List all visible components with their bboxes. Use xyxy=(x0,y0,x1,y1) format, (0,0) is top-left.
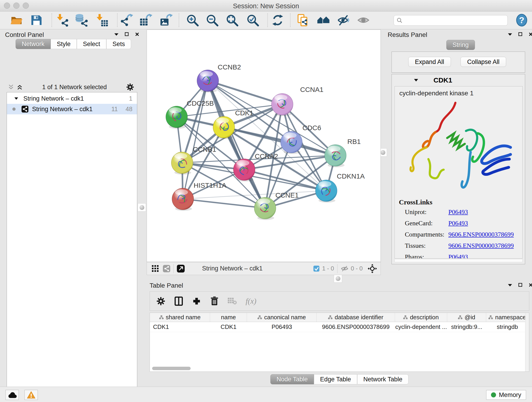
gene-entry-header[interactable]: CDK1 xyxy=(392,74,525,86)
zoom-out-button[interactable] xyxy=(205,13,220,27)
selected-checkbox-icon[interactable] xyxy=(313,266,319,272)
table-cell[interactable]: P06493 xyxy=(247,322,317,332)
close-panel-icon[interactable] xyxy=(135,32,139,36)
table-cell[interactable]: cyclin-dependent ... xyxy=(395,322,447,332)
table-cell[interactable]: CDK1 xyxy=(150,322,210,332)
node-CCNB1[interactable]: CCNB1 xyxy=(171,146,216,175)
expand-all-button[interactable]: Expand All xyxy=(408,57,451,67)
export-network-button[interactable] xyxy=(119,13,134,27)
left-splitter-handle[interactable] xyxy=(138,203,146,211)
network-canvas[interactable]: CCNB2 CCNA1 CDC25B CDK1 CDC6 R xyxy=(147,30,381,262)
table-cell[interactable]: stringdb xyxy=(486,322,529,332)
node-RB1[interactable]: RB1 xyxy=(325,138,361,167)
crosslink-label: Pharos: xyxy=(405,253,448,259)
hide-selected-button[interactable] xyxy=(336,13,351,27)
table-hscrollbar-thumb[interactable] xyxy=(152,367,191,370)
node-label-HIST1H1A: HIST1H1A xyxy=(194,182,226,189)
network-tree: String Network – cdk1 1 String Network –… xyxy=(7,92,137,402)
fit-selected-crosshair-icon[interactable] xyxy=(368,264,377,273)
open-session-button[interactable] xyxy=(9,13,24,27)
delete-table-button[interactable] xyxy=(228,297,237,306)
tab-select[interactable]: Select xyxy=(77,39,106,49)
collapse-all-icon[interactable] xyxy=(8,84,14,90)
network-options-gear-icon[interactable] xyxy=(127,83,134,91)
import-table-button[interactable] xyxy=(94,13,109,27)
node-HIST1H1A[interactable]: HIST1H1A xyxy=(172,182,226,211)
function-builder-button[interactable]: f(x) xyxy=(246,297,256,306)
network-row[interactable]: String Network – cdk1 11 48 xyxy=(7,104,137,114)
table-cell[interactable]: 9606.ENSP00000378699 xyxy=(317,322,395,332)
show-hidden-button[interactable] xyxy=(356,13,371,27)
grid-view-icon[interactable] xyxy=(152,265,159,272)
edge-CCNB2-HIST1H1A[interactable] xyxy=(183,81,208,199)
save-session-button[interactable] xyxy=(29,13,44,27)
network-graph[interactable]: CCNB2 CCNA1 CDC25B CDK1 CDC6 R xyxy=(147,30,380,262)
table-options-gear-button[interactable] xyxy=(156,297,165,306)
column-header-name[interactable]: name xyxy=(210,313,247,322)
float-panel-icon[interactable] xyxy=(508,33,512,36)
edge-HIST1H1A-CCNE1[interactable] xyxy=(183,199,265,208)
network-view-icon[interactable] xyxy=(163,265,170,272)
edge-CCNB2-CCNA1[interactable] xyxy=(208,81,282,104)
crosslink-link[interactable]: P06493 xyxy=(448,253,468,259)
crosslink-link[interactable]: 9606.ENSP00000378699 xyxy=(448,242,514,249)
tab-string[interactable]: String xyxy=(446,40,475,50)
export-image-button[interactable] xyxy=(159,13,174,27)
column-header--id[interactable]: @id xyxy=(447,313,486,322)
import-network-button[interactable] xyxy=(55,13,70,27)
crosslink-link[interactable]: 9606.ENSP00000378699 xyxy=(448,231,514,238)
network-collection-row[interactable]: String Network – cdk1 1 xyxy=(7,93,137,104)
collection-expand-icon[interactable] xyxy=(14,97,18,100)
zoom-fit-icon xyxy=(226,14,239,27)
node-CCNA1[interactable]: CCNA1 xyxy=(272,86,323,116)
node-CDKN1A[interactable]: CDKN1A xyxy=(316,172,365,203)
apply-layout-button[interactable] xyxy=(270,13,285,27)
node-CCNE1[interactable]: CCNE1 xyxy=(254,191,299,220)
export-table-button[interactable] xyxy=(139,13,153,27)
help-button[interactable]: ? xyxy=(514,13,529,27)
cloud-status-button[interactable] xyxy=(6,390,19,400)
table-vscrollbar[interactable] xyxy=(525,313,529,371)
zoom-in-button[interactable] xyxy=(185,13,200,27)
memory-button[interactable]: Memory xyxy=(486,390,526,400)
close-panel-icon[interactable] xyxy=(529,32,532,36)
float-panel-icon[interactable] xyxy=(114,33,119,36)
delete-column-button[interactable] xyxy=(210,297,219,306)
table-cell[interactable]: CDK1 xyxy=(210,322,247,332)
maximize-panel-icon[interactable] xyxy=(125,32,129,36)
search-input[interactable] xyxy=(403,16,507,25)
maximize-panel-icon[interactable] xyxy=(518,32,523,36)
gene-collapse-icon[interactable] xyxy=(414,79,418,82)
tab-style[interactable]: Style xyxy=(51,39,77,49)
zoom-selected-button[interactable] xyxy=(245,13,260,27)
crosslink-link[interactable]: P06493 xyxy=(448,220,468,227)
warnings-button[interactable] xyxy=(25,390,38,400)
column-header-namespace[interactable]: namespace xyxy=(486,313,529,322)
maximize-panel-icon[interactable] xyxy=(518,283,523,287)
tab-sets[interactable]: Sets xyxy=(106,39,131,49)
tab-node-table[interactable]: Node Table xyxy=(270,374,314,384)
table-row[interactable]: CDK1CDK1P064939606.ENSP00000378699cyclin… xyxy=(150,322,529,332)
birds-eye-view-button[interactable] xyxy=(177,265,185,273)
column-header-canonical-name[interactable]: canonical name xyxy=(247,313,317,322)
crosslink-link[interactable]: P06493 xyxy=(448,208,468,216)
collapse-all-button[interactable]: Collapse All xyxy=(461,57,506,67)
zoom-fit-button[interactable] xyxy=(225,13,239,27)
tab-edge-table[interactable]: Edge Table xyxy=(314,374,357,384)
tab-network[interactable]: Network xyxy=(16,39,51,49)
table-cell[interactable]: stringdb:9... xyxy=(447,322,486,332)
expand-all-icon[interactable] xyxy=(17,84,22,90)
node-label-CCNE1: CCNE1 xyxy=(275,191,299,199)
show-columns-button[interactable] xyxy=(174,297,183,306)
results-hscrollbar[interactable] xyxy=(394,259,523,262)
show-all-networks-button[interactable] xyxy=(316,13,331,27)
column-header-description[interactable]: description xyxy=(395,313,447,322)
column-header-shared-name[interactable]: shared name xyxy=(150,313,210,322)
tab-network-table[interactable]: Network Table xyxy=(357,374,409,384)
float-panel-icon[interactable] xyxy=(508,283,512,287)
import-network-from-database-button[interactable] xyxy=(74,13,89,27)
column-header-database-identifier[interactable]: database identifier xyxy=(317,313,395,322)
create-column-button[interactable] xyxy=(192,297,201,306)
clone-network-button[interactable] xyxy=(296,13,310,27)
close-panel-icon[interactable] xyxy=(529,283,532,287)
